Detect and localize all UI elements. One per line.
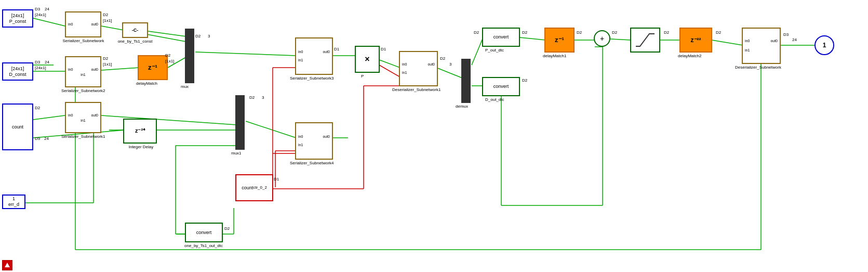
- wire-label-1x1-1: [1x1]: [103, 18, 112, 23]
- wire-label-D3-2: D3: [35, 60, 40, 64]
- P-const-block: [24x1] P_const: [2, 9, 33, 28]
- P-multiply-block: ×: [355, 46, 380, 73]
- svg-line-50: [379, 65, 400, 77]
- serializer-subnetwork1-label: Serializer_Subnetwork1: [61, 134, 105, 139]
- wire-label-24x1-2: [24x1]: [35, 66, 46, 70]
- wire-label-D2-D-out-dtc: D2: [522, 78, 527, 83]
- D-const-block: [24x1]D_const: [2, 62, 33, 81]
- convert-P-block: convert: [482, 28, 520, 47]
- deserializer-subnetwork1-label: Deserializer_Subnetwork1: [392, 87, 440, 92]
- serializer-subnetwork4-block: in0in1out0: [295, 122, 333, 160]
- wire-label-D2-conv-out-dtc: D2: [224, 226, 230, 231]
- wire-label-D2-dm: D2: [165, 53, 170, 58]
- wire-label-24-1: 24: [45, 7, 49, 11]
- ctr-0-2-block: countctr_0_2: [235, 174, 273, 201]
- wire-label-D1-ser3-out: D1: [334, 47, 339, 51]
- wire-label-D1-ctr: D1: [274, 177, 279, 182]
- err-d-label: 1err_d: [8, 196, 19, 208]
- serializer-subnetwork3-label: Serializer_Subnetwork3: [290, 76, 334, 81]
- count-left-block: count: [2, 103, 33, 150]
- sum-block: +: [594, 30, 610, 47]
- wire-label-1x1-dm: [1x1]: [165, 59, 174, 63]
- svg-line-16: [379, 60, 400, 68]
- mux-label: mux: [181, 84, 189, 89]
- wire-label-24-deser2: 24: [792, 37, 797, 42]
- one-by-ts1-const-block: -C-: [122, 22, 148, 38]
- wire-label-D2-conv-P-out: D2: [522, 30, 527, 35]
- delay-match2-block: z⁻²²: [679, 28, 712, 53]
- mux-block: [185, 29, 194, 83]
- err-d-block: 1err_d: [2, 195, 25, 209]
- delay-match1-block: z⁻¹: [544, 28, 575, 53]
- deserializer-subnetwork-block: in0in1out0: [742, 28, 781, 64]
- simulink-logo: [2, 260, 12, 270]
- mux1-block: [235, 95, 245, 150]
- serializer-subnetwork2-label: Serializer_Subnetwork2: [61, 88, 105, 93]
- integer-delay-block: z⁻²⁴: [123, 119, 157, 144]
- svg-line-18: [472, 37, 483, 65]
- mux1-label: mux1: [231, 151, 242, 156]
- wire-label-D2-sum-out: D2: [612, 30, 617, 35]
- wire-label-D3-1: D3: [35, 7, 40, 11]
- svg-line-2: [33, 115, 65, 120]
- wire-label-24x1-1: [24x1]: [35, 12, 46, 17]
- delay-match-label: delayMatch: [136, 81, 157, 86]
- svg-line-22: [610, 39, 631, 40]
- svg-line-0: [33, 18, 65, 26]
- wire-label-D2-dm1-out: D2: [577, 30, 582, 35]
- wire-label-D2-sat-out: D2: [664, 30, 669, 35]
- svg-line-24: [712, 40, 743, 45]
- diagram-canvas: [24x1] P_const [24x1]D_const count 1err_…: [0, 0, 868, 272]
- serializer-subnetwork1-block: in0out0 in1: [65, 102, 101, 133]
- convert-D-label: D_out_dtc: [485, 97, 504, 102]
- deserializer-subnetwork-final-label: Deserializer_Subnetwork: [735, 65, 781, 70]
- wire-label-D2-dm2-out: D2: [716, 30, 721, 35]
- serializer-subnetwork4-label: Serializer_Subnetwork4: [290, 161, 334, 165]
- wire-label-D9-count: D9: [35, 136, 40, 141]
- wire-label-D3-deser2: D3: [783, 32, 789, 37]
- wire-label-3-mux1-out: 3: [262, 95, 264, 100]
- delay-match1-label: delayMatch1: [543, 54, 566, 58]
- wire-label-D2-deser1-out: D2: [440, 56, 445, 61]
- deserializer-subnetwork1-block: in0in1out0: [399, 51, 438, 86]
- serializer-subnetwork3-block: in0in1out0: [295, 37, 333, 75]
- convert-P-label: P_out_dtc: [485, 48, 504, 53]
- demux-label: demux: [456, 104, 468, 109]
- wire-label-D2-mux-out: D2: [195, 34, 201, 38]
- svg-line-6: [148, 31, 186, 36]
- svg-marker-51: [5, 263, 10, 267]
- svg-line-17: [436, 68, 462, 78]
- wire-label-D2-count: D2: [35, 106, 40, 110]
- one-by-ts1-out-dtc-label: one_by_Ts1_out_dtc: [178, 243, 230, 248]
- P-const-label: [24x1] P_const: [3, 13, 32, 24]
- serializer-subnetwork2-block: in0out0 in1: [65, 56, 101, 87]
- svg-line-7: [101, 68, 139, 70]
- convert-D-block: convert: [482, 77, 520, 96]
- svg-line-14: [246, 121, 296, 138]
- serializer-subnetwork-block: in0out0: [65, 11, 101, 37]
- one-by-ts1-const-label: one_by_Ts1_const: [114, 39, 156, 44]
- wire-label-3-deser1-out: 3: [449, 62, 451, 67]
- wire-label-1x1-2: [1x1]: [103, 62, 112, 67]
- svg-line-20: [519, 37, 545, 40]
- wire-label-3-mux-out: 3: [208, 34, 210, 38]
- wire-label-D2-ser1: D2: [103, 12, 108, 17]
- serializer-subnetwork-label: Serializer_Subnetwork: [61, 38, 105, 43]
- wire-label-D2-conv-P-in: D2: [474, 30, 479, 35]
- saturation-block: [630, 28, 660, 53]
- wire-label-24-count: 24: [44, 136, 49, 141]
- output-1-block: 1: [814, 35, 834, 55]
- wire-label-D1-P-out: D1: [381, 47, 386, 51]
- wire-label-D2-ser2: D2: [103, 56, 108, 61]
- wire-label-24-2: 24: [45, 60, 49, 64]
- svg-line-10: [101, 115, 236, 125]
- integer-delay-label: Integer Delay: [122, 145, 161, 149]
- count-left-label: count: [12, 124, 23, 130]
- svg-line-13: [195, 52, 296, 56]
- demux-block: [461, 59, 471, 103]
- delay-match2-label: delayMatch2: [678, 54, 701, 58]
- delay-match-block: z⁻¹: [138, 55, 168, 80]
- wire-label-D2-mux1-out: D2: [249, 95, 255, 100]
- one-by-ts1-out-dtc-block: convert: [185, 223, 223, 242]
- D-const-label: [24x1]D_const: [9, 66, 26, 77]
